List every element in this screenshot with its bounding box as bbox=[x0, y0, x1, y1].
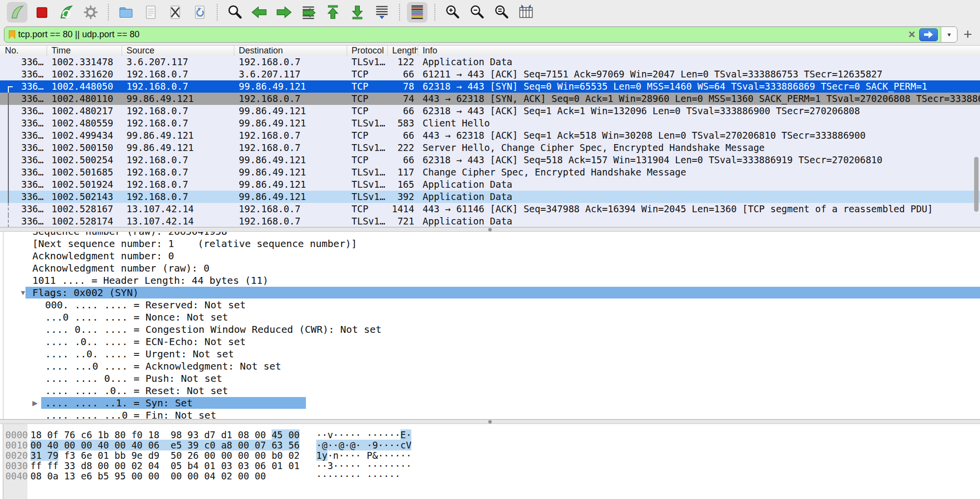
packet-row[interactable]: 336…1002.448050192.168.0.799.86.49.121TC… bbox=[0, 80, 980, 93]
go-to-bottom-button[interactable] bbox=[347, 2, 368, 23]
display-filter-input[interactable]: tcp.port == 80 || udp.port == 80 ✕ ▾ bbox=[4, 26, 957, 43]
filter-apply-button[interactable] bbox=[919, 28, 938, 41]
filter-add-button[interactable]: + bbox=[961, 26, 974, 43]
packet-row[interactable]: 336…1002.48011099.86.49.121192.168.0.7TC… bbox=[0, 93, 980, 105]
detail-line[interactable]: [Next sequence number: 1 (relative seque… bbox=[0, 238, 980, 250]
expander-open-icon[interactable]: ▼ bbox=[20, 287, 26, 299]
resize-columns-button[interactable] bbox=[516, 2, 536, 23]
go-back-button[interactable] bbox=[249, 2, 270, 23]
packet-row[interactable]: 336…1002.501685192.168.0.799.86.49.121TL… bbox=[0, 166, 980, 178]
cell-time: 1002.500150 bbox=[47, 142, 122, 154]
filter-clear-icon[interactable]: ✕ bbox=[905, 29, 919, 40]
column-header-info[interactable]: Info bbox=[418, 46, 980, 56]
detail-text: .... .... ..1. = Syn: Set bbox=[45, 397, 193, 409]
detail-line[interactable]: 000. .... .... = Reserved: Not set bbox=[0, 299, 980, 311]
cell-source: 3.6.207.117 bbox=[122, 56, 234, 68]
packet-row[interactable]: 336…1002.331620192.168.0.73.6.207.117TCP… bbox=[0, 68, 980, 80]
reload-file-button[interactable] bbox=[189, 2, 210, 23]
start-capture-button[interactable] bbox=[7, 2, 27, 23]
zoom-out-button[interactable] bbox=[467, 2, 487, 23]
packet-row[interactable]: 336…1002.480217192.168.0.799.86.49.121TC… bbox=[0, 105, 980, 117]
go-to-packet-button[interactable] bbox=[298, 2, 319, 23]
detail-text: .... .... 0... = Push: Not set bbox=[45, 373, 222, 384]
cell-length: 222 bbox=[388, 142, 418, 154]
zoom-in-button[interactable] bbox=[442, 2, 463, 23]
detail-line[interactable]: ▶.... .... ..1. = Syn: Set bbox=[0, 397, 980, 409]
detail-line[interactable]: .... ...0 .... = Acknowledgment: Not set bbox=[0, 360, 980, 373]
column-header-no[interactable]: No. bbox=[0, 46, 47, 56]
cell-info: 443 → 62318 [SYN, ACK] Seq=0 Ack=1 Win=2… bbox=[418, 93, 980, 105]
detail-text: Flags: 0x002 (SYN) bbox=[32, 287, 139, 299]
detail-line[interactable]: .... .0.. .... = ECN-Echo: Not set bbox=[0, 336, 980, 348]
detail-line[interactable]: Acknowledgment number: 0 bbox=[0, 250, 980, 262]
column-header-source[interactable]: Source bbox=[122, 46, 234, 56]
cell-time: 1002.499434 bbox=[47, 129, 122, 142]
packet-row[interactable]: 336…1002.49943499.86.49.121192.168.0.7TC… bbox=[0, 129, 980, 142]
packet-row[interactable]: 336…1002.52816713.107.42.14192.168.0.7TC… bbox=[0, 203, 980, 215]
hex-row[interactable]: 002031 79 f3 6e 01 bb 9e d9 50 26 00 00 … bbox=[0, 450, 980, 461]
column-header-time[interactable]: Time bbox=[47, 46, 122, 56]
expander-closed-icon[interactable]: ▶ bbox=[32, 397, 38, 409]
bytes-text: ff ff 33 d8 00 00 02 04 05 b4 01 03 03 0… bbox=[30, 460, 300, 471]
bytes-text: 08 0a 13 e6 b5 95 00 00 00 00 04 02 00 0… bbox=[30, 471, 266, 481]
detail-line[interactable]: 1011 .... = Header Length: 44 bytes (11) bbox=[0, 274, 980, 287]
conversation-marker-icon bbox=[8, 191, 9, 203]
restart-capture-button[interactable] bbox=[56, 2, 76, 23]
hex-bytes: 18 0f 76 c6 1b 80 f0 18 98 93 d7 d1 08 0… bbox=[30, 430, 300, 440]
detail-line[interactable]: Acknowledgment number (raw): 0 bbox=[0, 262, 980, 274]
capture-options-button[interactable] bbox=[80, 2, 101, 23]
filter-expression[interactable]: tcp.port == 80 || udp.port == 80 bbox=[18, 29, 905, 40]
hex-row[interactable]: 004008 0a 13 e6 b5 95 00 00 00 00 04 02 … bbox=[0, 471, 980, 481]
pane-splitter-bottom[interactable] bbox=[0, 419, 980, 424]
colorize-button[interactable] bbox=[407, 2, 427, 23]
open-file-button[interactable] bbox=[116, 2, 136, 23]
auto-scroll-icon bbox=[373, 3, 391, 21]
close-file-button[interactable] bbox=[165, 2, 185, 23]
go-to-top-button[interactable] bbox=[323, 2, 343, 23]
packet-row[interactable]: 336…1002.3314783.6.207.117192.168.0.7TLS… bbox=[0, 56, 980, 68]
packet-row[interactable]: 336…1002.501924192.168.0.799.86.49.121TL… bbox=[0, 178, 980, 191]
column-header-destination[interactable]: Destination bbox=[234, 46, 347, 56]
cell-destination: 99.86.49.121 bbox=[234, 80, 347, 93]
detail-text: 000. .... .... = Reserved: Not set bbox=[45, 299, 246, 311]
detail-line[interactable]: ...0 .... .... = Nonce: Not set bbox=[0, 311, 980, 324]
find-packet-button[interactable] bbox=[225, 2, 245, 23]
cell-time: 1002.331620 bbox=[47, 68, 122, 80]
packet-row[interactable]: 336…1002.502143192.168.0.799.86.49.121TL… bbox=[0, 191, 980, 203]
cell-time: 1002.528167 bbox=[47, 203, 122, 215]
pane-splitter-top[interactable] bbox=[0, 227, 980, 232]
hex-row[interactable]: 0030ff ff 33 d8 00 00 02 04 05 b4 01 03 … bbox=[0, 461, 980, 471]
detail-line[interactable]: .... ..0. .... = Urgent: Not set bbox=[0, 348, 980, 360]
cell-protocol: TCP bbox=[347, 68, 388, 80]
packet-details-pane: Sequence number (raw): 2665041958[Next s… bbox=[0, 232, 980, 419]
cell-length: 583 bbox=[388, 117, 418, 129]
auto-scroll-button[interactable] bbox=[372, 2, 392, 23]
detail-line[interactable]: .... .... .0.. = Reset: Not set bbox=[0, 385, 980, 397]
detail-line[interactable]: .... .... 0... = Push: Not set bbox=[0, 373, 980, 385]
packet-row[interactable]: 336…1002.52817413.107.42.14192.168.0.7TL… bbox=[0, 215, 980, 227]
detail-line[interactable]: .... 0... .... = Congestion Window Reduc… bbox=[0, 324, 980, 336]
save-file-button[interactable] bbox=[140, 2, 161, 23]
zoom-reset-button[interactable] bbox=[491, 2, 512, 23]
hex-row[interactable]: 000018 0f 76 c6 1b 80 f0 18 98 93 d7 d1 … bbox=[0, 430, 980, 440]
packet-list-scrollbar-thumb[interactable] bbox=[974, 157, 979, 212]
filter-dropdown-chevron[interactable]: ▾ bbox=[941, 27, 957, 42]
packet-row[interactable]: 336…1002.50015099.86.49.121192.168.0.7TL… bbox=[0, 142, 980, 154]
column-header-length[interactable]: Length bbox=[388, 46, 418, 56]
packet-bytes-pane: 000018 0f 76 c6 1b 80 f0 18 98 93 d7 d1 … bbox=[0, 424, 980, 499]
cell-protocol: TCP bbox=[347, 203, 388, 215]
column-header-protocol[interactable]: Protocol bbox=[347, 46, 388, 56]
hex-row[interactable]: 001000 40 00 00 40 00 40 06 e5 39 c0 a8 … bbox=[0, 440, 980, 450]
detail-line[interactable]: Sequence number (raw): 2665041958 bbox=[0, 232, 980, 238]
restart-capture-icon bbox=[57, 3, 75, 21]
packet-row[interactable]: 336…1002.500254192.168.0.799.86.49.121TC… bbox=[0, 154, 980, 166]
stop-capture-button[interactable] bbox=[31, 2, 52, 23]
packet-row[interactable]: 336…1002.480559192.168.0.799.86.49.121TL… bbox=[0, 117, 980, 129]
go-forward-button[interactable] bbox=[274, 2, 294, 23]
cell-source: 99.86.49.121 bbox=[122, 142, 234, 154]
filter-bookmark-icon[interactable] bbox=[9, 30, 15, 39]
cell-no: 336… bbox=[0, 117, 47, 129]
bytes-text: ··v····· ······ bbox=[316, 429, 401, 440]
detail-line[interactable]: ▼Flags: 0x002 (SYN) bbox=[0, 287, 980, 299]
detail-line[interactable]: .... .... ...0 = Fin: Not set bbox=[0, 409, 980, 419]
